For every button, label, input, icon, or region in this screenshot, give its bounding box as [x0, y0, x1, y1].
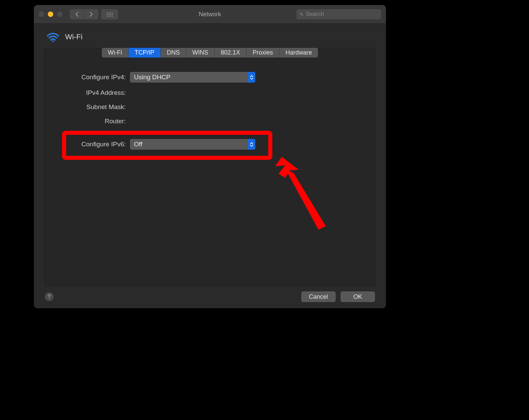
- page-title: Wi-Fi: [65, 33, 82, 41]
- svg-point-10: [110, 16, 111, 17]
- svg-point-5: [108, 14, 109, 15]
- configure-ipv6-label: Configure IPv6:: [44, 141, 126, 148]
- titlebar: Network: [34, 5, 386, 24]
- cancel-button-label: Cancel: [309, 293, 328, 300]
- router-value: [130, 117, 255, 125]
- tabbar: Wi-Fi TCP/IP DNS WINS 802.1X Proxies Har…: [102, 48, 318, 58]
- search-field[interactable]: [296, 9, 381, 19]
- fullscreen-window-button[interactable]: [57, 12, 62, 17]
- minimize-window-button[interactable]: [48, 12, 53, 17]
- tab-wifi[interactable]: Wi-Fi: [102, 48, 129, 58]
- tab-wins[interactable]: WINS: [186, 48, 215, 58]
- tabs: Wi-Fi TCP/IP DNS WINS 802.1X Proxies Har…: [44, 48, 375, 58]
- ok-button-label: OK: [353, 293, 362, 300]
- chevron-right-icon: [89, 12, 93, 17]
- search-input[interactable]: [306, 11, 378, 18]
- wifi-icon: [46, 32, 60, 42]
- search-icon: [300, 12, 303, 17]
- ok-button[interactable]: OK: [340, 291, 375, 302]
- svg-marker-15: [275, 157, 299, 178]
- subnet-mask-value: [130, 103, 255, 111]
- svg-point-6: [110, 14, 111, 15]
- configure-ipv6-value: Off: [134, 141, 142, 148]
- tab-tcpip[interactable]: TCP/IP: [129, 48, 161, 58]
- svg-point-11: [112, 16, 113, 17]
- chevron-left-icon: [75, 12, 79, 17]
- traffic-lights: [39, 12, 62, 17]
- subnet-mask-label: Subnet Mask:: [44, 103, 126, 111]
- svg-point-14: [52, 41, 54, 42]
- annotation-arrow-icon: [275, 157, 333, 231]
- forward-button[interactable]: [84, 9, 98, 19]
- svg-point-7: [112, 14, 113, 15]
- tcpip-form: Configure IPv4: Using DHCP IPv4 Address:…: [44, 72, 375, 150]
- svg-point-9: [108, 16, 109, 17]
- close-window-button[interactable]: [39, 12, 44, 17]
- dropdown-chevrons-icon: [248, 72, 255, 83]
- svg-point-1: [108, 12, 109, 13]
- configure-ipv4-label: Configure IPv4:: [44, 74, 126, 81]
- configure-ipv4-dropdown[interactable]: Using DHCP: [130, 72, 255, 83]
- header: Wi-Fi: [44, 30, 376, 48]
- tab-hardware[interactable]: Hardware: [279, 48, 318, 58]
- window-body: Wi-Fi Wi-Fi TCP/IP DNS WINS 802.1X Proxi…: [34, 24, 386, 308]
- configure-ipv6-dropdown[interactable]: Off: [130, 139, 255, 150]
- back-button[interactable]: [70, 9, 84, 19]
- ipv4-address-label: IPv4 Address:: [44, 89, 126, 97]
- footer: ? Cancel OK: [44, 287, 376, 302]
- svg-point-2: [110, 12, 111, 13]
- help-icon: ?: [47, 293, 51, 300]
- svg-point-0: [106, 12, 107, 13]
- cancel-button[interactable]: Cancel: [301, 291, 336, 302]
- dropdown-chevrons-icon: [248, 139, 255, 150]
- svg-point-8: [106, 16, 107, 17]
- tab-dns[interactable]: DNS: [161, 48, 186, 58]
- ipv4-address-value: [130, 89, 255, 97]
- svg-marker-16: [285, 169, 326, 230]
- router-label: Router:: [44, 118, 126, 125]
- preferences-window: Network Wi-Fi Wi-Fi TCP/IP: [34, 5, 386, 308]
- tab-8021x[interactable]: 802.1X: [215, 48, 247, 58]
- settings-panel: Wi-Fi TCP/IP DNS WINS 802.1X Proxies Har…: [44, 48, 376, 287]
- help-button[interactable]: ?: [45, 292, 54, 301]
- nav-buttons: [70, 9, 98, 19]
- svg-point-3: [112, 12, 113, 13]
- grid-icon: [106, 12, 113, 17]
- svg-point-4: [106, 14, 107, 15]
- configure-ipv4-value: Using DHCP: [134, 74, 171, 81]
- svg-line-13: [302, 15, 303, 16]
- show-all-button[interactable]: [101, 9, 118, 19]
- tab-proxies[interactable]: Proxies: [247, 48, 279, 58]
